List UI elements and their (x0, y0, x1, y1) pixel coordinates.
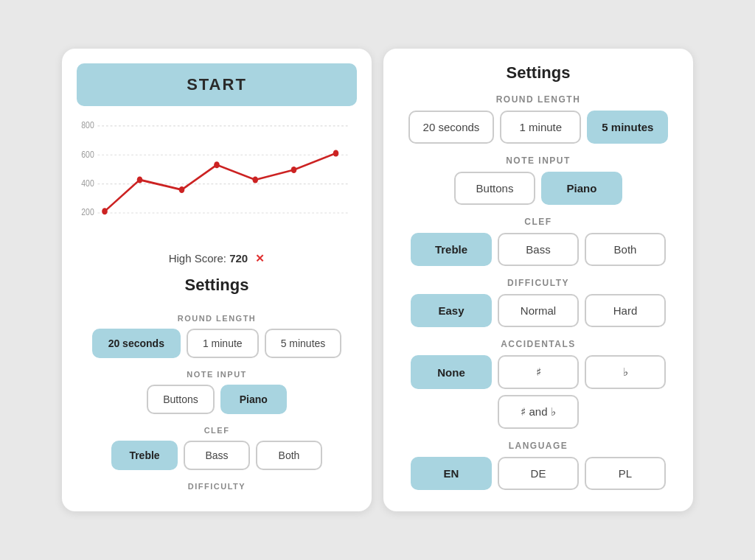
high-score-value: 720 (229, 252, 248, 265)
chart-svg: 800 600 400 200 (77, 113, 357, 246)
note-input-piano-right[interactable]: Piano (541, 172, 622, 205)
clef-label-right: CLEF (524, 217, 552, 227)
round-length-group-left: 20 seconds 1 minute 5 minutes (92, 329, 342, 358)
svg-point-11 (214, 161, 220, 168)
accidentals-group-right: None ♯ ♭ ♯ and ♭ (398, 355, 678, 429)
svg-point-9 (137, 177, 143, 183)
score-chart: 800 600 400 200 (77, 113, 357, 246)
svg-point-14 (333, 150, 339, 157)
round-length-5m-left[interactable]: 5 minutes (265, 329, 342, 358)
difficulty-label-left: DIFFICULTY (188, 482, 246, 491)
main-container: START 800 600 400 200 (47, 34, 708, 526)
note-input-buttons-left[interactable]: Buttons (147, 385, 214, 414)
difficulty-label-right: DIFFICULTY (507, 278, 569, 288)
round-length-20s-left[interactable]: 20 seconds (92, 329, 181, 358)
difficulty-group-right: Easy Normal Hard (411, 294, 666, 327)
difficulty-easy-right[interactable]: Easy (411, 294, 492, 327)
svg-point-8 (102, 208, 108, 214)
start-button[interactable]: START (77, 63, 357, 106)
note-input-label-left: NOTE INPUT (187, 370, 247, 379)
accidentals-none-right[interactable]: None (411, 355, 492, 389)
right-settings-title: Settings (507, 63, 571, 83)
clear-score-button[interactable]: ✕ (255, 252, 265, 265)
accidentals-label-right: ACCIDENTALS (501, 339, 576, 349)
accidentals-sharp-right[interactable]: ♯ (498, 355, 579, 389)
language-group-right: EN DE PL (411, 457, 666, 490)
clef-bass-right[interactable]: Bass (498, 233, 579, 266)
high-score-label: High Score: (169, 252, 226, 265)
round-length-1m-right[interactable]: 1 minute (500, 111, 581, 144)
clef-label-left: CLEF (204, 426, 230, 435)
left-card: START 800 600 400 200 (62, 49, 372, 511)
language-en-right[interactable]: EN (411, 457, 492, 490)
svg-point-10 (179, 186, 185, 193)
svg-point-12 (252, 177, 258, 183)
note-input-label-right: NOTE INPUT (506, 155, 571, 166)
note-input-buttons-right[interactable]: Buttons (454, 172, 535, 205)
svg-text:400: 400 (81, 178, 94, 188)
language-label-right: LANGUAGE (509, 441, 568, 451)
language-de-right[interactable]: DE (498, 457, 579, 490)
clef-treble-right[interactable]: Treble (411, 233, 492, 266)
svg-text:800: 800 (81, 120, 94, 130)
note-input-group-left: Buttons Piano (147, 385, 286, 414)
accidentals-flat-right[interactable]: ♭ (585, 355, 666, 389)
round-length-label-left: ROUND LENGTH (178, 314, 257, 323)
round-length-label-right: ROUND LENGTH (496, 94, 581, 105)
clef-group-right: Treble Bass Both (411, 233, 666, 266)
clef-group-left: Treble Bass Both (111, 441, 322, 470)
right-card: Settings ROUND LENGTH 20 seconds 1 minut… (383, 49, 693, 511)
round-length-5m-right[interactable]: 5 minutes (587, 111, 668, 144)
difficulty-hard-right[interactable]: Hard (585, 294, 666, 327)
clef-treble-left[interactable]: Treble (111, 441, 178, 470)
svg-text:600: 600 (81, 150, 94, 159)
round-length-group-right: 20 seconds 1 minute 5 minutes (408, 111, 669, 144)
round-length-20s-right[interactable]: 20 seconds (408, 111, 495, 144)
left-settings-title: Settings (185, 276, 249, 295)
clef-bass-left[interactable]: Bass (184, 441, 250, 470)
accidentals-both-right[interactable]: ♯ and ♭ (498, 395, 579, 429)
language-pl-right[interactable]: PL (585, 457, 666, 490)
clef-both-right[interactable]: Both (585, 233, 666, 266)
svg-text:200: 200 (81, 208, 94, 217)
note-input-group-right: Buttons Piano (454, 172, 622, 205)
round-length-1m-left[interactable]: 1 minute (187, 329, 259, 358)
clef-both-left[interactable]: Both (256, 441, 322, 470)
svg-point-13 (291, 167, 297, 173)
high-score-display: High Score: 720 ✕ (169, 252, 265, 265)
difficulty-normal-right[interactable]: Normal (498, 294, 579, 327)
note-input-piano-left[interactable]: Piano (220, 385, 287, 414)
